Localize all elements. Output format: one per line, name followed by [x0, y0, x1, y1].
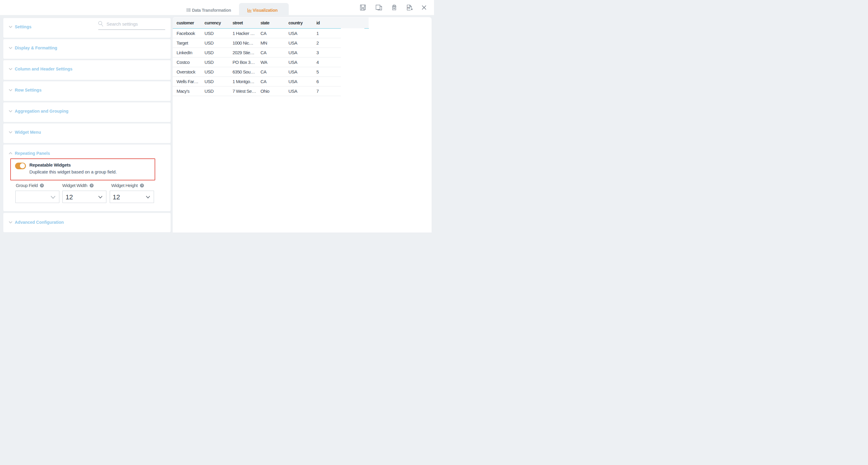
svg-text:?: ?	[41, 184, 43, 187]
svg-text:?: ?	[91, 184, 93, 187]
svg-text:PDF: PDF	[407, 7, 410, 9]
svg-text:?: ?	[141, 184, 143, 187]
